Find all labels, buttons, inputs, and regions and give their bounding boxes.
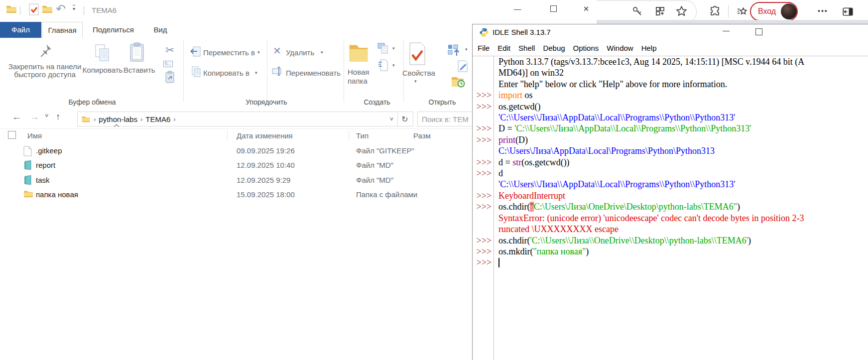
shell-line-13: >>>KeyboardInterrupt bbox=[473, 190, 868, 201]
explorer-maximize-button[interactable] bbox=[545, 2, 562, 16]
shell-prompt: >>> bbox=[473, 190, 494, 201]
paste-button[interactable]: Вставить bbox=[124, 66, 151, 74]
group-label-clipboard: Буфер обмена bbox=[57, 98, 127, 106]
breadcrumb-python-labs[interactable]: python-labs bbox=[96, 115, 140, 123]
edge-extensions-icon[interactable] bbox=[709, 5, 721, 17]
column-separator-1[interactable] bbox=[227, 130, 228, 140]
edge-favorites-star-icon[interactable] bbox=[675, 5, 688, 17]
column-header-size[interactable]: Разм bbox=[413, 131, 431, 140]
column-separator-2[interactable] bbox=[349, 130, 349, 140]
properties-button[interactable]: Свойства bbox=[402, 69, 432, 77]
tab-share[interactable]: Поделиться bbox=[85, 22, 142, 38]
idle-menu-help[interactable]: Help bbox=[641, 44, 657, 52]
edge-collections-icon[interactable] bbox=[736, 5, 748, 18]
refresh-button[interactable]: ↻ bbox=[397, 112, 413, 126]
properties-icon bbox=[407, 42, 426, 66]
file-date: 12.09.2025 10:40 bbox=[237, 161, 295, 169]
copy-to-dropdown-icon[interactable]: ▾ bbox=[255, 70, 257, 75]
shell-text-area[interactable]: Python 3.13.7 (tags/v3.13.7:bcee1c3, Aug… bbox=[473, 56, 868, 360]
shell-code-text: 'C:\\Users\\Лиза\\AppData\\Local\\Progra… bbox=[494, 112, 735, 123]
edit-selection-icon[interactable] bbox=[447, 44, 462, 58]
rename-button[interactable]: Переименовать bbox=[286, 69, 341, 77]
idle-menu-file[interactable]: File bbox=[478, 44, 490, 52]
move-to-icon bbox=[190, 46, 201, 58]
column-header-type[interactable]: Тип bbox=[356, 131, 369, 140]
copy-to-button[interactable]: Копировать в bbox=[203, 69, 249, 77]
properties-dropdown-icon[interactable]: ▾ bbox=[414, 79, 417, 84]
idle-menu-options[interactable]: Options bbox=[573, 44, 599, 52]
idle-menu-edit[interactable]: Edit bbox=[497, 44, 510, 52]
shell-line-10: >>>d = str(os.getcwd()) bbox=[473, 157, 868, 168]
easy-access-icon[interactable] bbox=[377, 43, 389, 55]
new-item-icon[interactable] bbox=[377, 59, 388, 72]
tab-home[interactable]: Главная bbox=[42, 22, 83, 38]
shell-code-text: SyntaxError: (unicode error) 'unicodeesc… bbox=[494, 213, 804, 224]
edge-apps-grid-icon[interactable] bbox=[654, 5, 666, 17]
idle-window-title: IDLE Shell 3.13.7 bbox=[493, 28, 551, 36]
delete-button[interactable]: Удалить bbox=[286, 48, 314, 57]
idle-menu-window[interactable]: Window bbox=[607, 44, 633, 52]
file-row-папка-новая[interactable]: папка новая15.09.2025 18:00Папка с файла… bbox=[0, 188, 472, 202]
explorer-close-button[interactable]: ✕ bbox=[578, 2, 595, 16]
copy-path-icon[interactable]: \\... bbox=[163, 61, 173, 67]
search-box[interactable]: Поиск в: ТЕМ bbox=[417, 112, 472, 126]
easy-access-dropdown-icon[interactable]: ▾ bbox=[392, 46, 395, 51]
edge-signin-button[interactable]: Вход bbox=[750, 2, 798, 21]
up-icon[interactable]: ↑ bbox=[56, 112, 61, 122]
file-name: report bbox=[36, 161, 55, 169]
forward-icon[interactable]: → bbox=[30, 112, 39, 122]
edge-sidebar-toggle-icon[interactable] bbox=[842, 5, 854, 18]
edge-settings-more-icon[interactable]: ••• bbox=[818, 7, 828, 15]
tab-file[interactable]: Файл bbox=[0, 22, 41, 38]
shell-line-5: >>>os.getcwd() bbox=[473, 101, 868, 112]
copy-button[interactable]: Копировать bbox=[82, 66, 123, 74]
shell-gutter-empty bbox=[473, 224, 494, 235]
explorer-minimize-button[interactable]: — bbox=[509, 2, 526, 16]
shell-code-text: runcated \UXXXXXXXX escape bbox=[494, 224, 619, 235]
edge-password-key-icon[interactable] bbox=[631, 5, 643, 17]
shell-code-text: 'C:\\Users\\Лиза\\AppData\\Local\\Progra… bbox=[494, 179, 735, 190]
shell-line-14: >>>os.chdir("C:\Users\Лиза\OneDrive\Desk… bbox=[473, 201, 868, 212]
shell-line-9: C:\Users\Лиза\AppData\Local\Programs\Pyt… bbox=[473, 145, 868, 156]
shell-prompt: >>> bbox=[473, 134, 494, 145]
new-item-dropdown-icon[interactable]: ▾ bbox=[392, 63, 395, 68]
file-row-task[interactable]: task12.09.2025 9:29Файл "MD" bbox=[0, 173, 472, 188]
group-label-new: Создать bbox=[357, 98, 397, 106]
idle-menu-debug[interactable]: Debug bbox=[543, 44, 565, 52]
copy-icon bbox=[94, 44, 112, 64]
idle-maximize-button[interactable] bbox=[755, 28, 762, 37]
shell-code-text: C:\Users\Лиза\AppData\Local\Programs\Pyt… bbox=[494, 145, 715, 156]
new-folder-button[interactable]: Новая папка bbox=[348, 68, 373, 86]
move-to-dropdown-icon[interactable]: ▾ bbox=[257, 50, 260, 55]
back-icon[interactable]: ← bbox=[12, 112, 21, 122]
delete-dropdown-icon[interactable]: ▾ bbox=[321, 50, 323, 55]
address-dropdown-icon[interactable]: ˅ bbox=[389, 116, 393, 123]
edit-selection-dropdown-icon[interactable]: ▾ bbox=[465, 47, 468, 52]
pin-icon bbox=[37, 43, 53, 59]
file-row-report[interactable]: report12.09.2025 10:40Файл "MD" bbox=[0, 158, 472, 173]
profile-avatar[interactable] bbox=[781, 3, 797, 19]
recent-locations-icon[interactable]: ˅ bbox=[45, 112, 49, 120]
shell-gutter-empty bbox=[473, 145, 494, 156]
column-header-name[interactable]: Имя bbox=[27, 131, 42, 140]
move-to-button[interactable]: Переместить в bbox=[203, 48, 255, 57]
pin-to-quick-access-button[interactable]: Закрепить на панели быстрого доступа bbox=[5, 63, 85, 79]
md-icon bbox=[23, 175, 33, 185]
idle-minimize-button[interactable]: — bbox=[723, 26, 730, 34]
shell-code-text: D = 'C:\\Users\\Лиза\\AppData\\Local\\Pr… bbox=[494, 123, 751, 134]
column-header-date[interactable]: Дата изменения bbox=[237, 131, 293, 140]
cut-icon[interactable]: ✂ bbox=[165, 44, 174, 57]
idle-menu-bar: FileEditShellDebugOptionsWindowHelp bbox=[473, 41, 868, 56]
edit-file-icon[interactable] bbox=[457, 60, 468, 73]
idle-title-bar[interactable]: IDLE Shell 3.13.7 — bbox=[473, 24, 868, 41]
address-bar[interactable]: › python-labs › ТЕМА6 › ˅ bbox=[77, 112, 398, 126]
select-all-checkbox[interactable] bbox=[8, 131, 16, 139]
file-date: 09.09.2025 19:26 bbox=[237, 146, 295, 155]
file-row-.gitkeep[interactable]: .gitkeep09.09.2025 19:26Файл "GITKEEP" bbox=[0, 144, 472, 158]
tab-view[interactable]: Вид bbox=[145, 22, 175, 38]
idle-menu-shell[interactable]: Shell bbox=[518, 44, 535, 52]
shell-line-19: >>> bbox=[473, 257, 868, 268]
breadcrumb-tema6[interactable]: ТЕМА6 bbox=[142, 115, 173, 123]
paste-shortcut-icon[interactable] bbox=[165, 71, 175, 84]
history-icon[interactable] bbox=[451, 76, 465, 88]
